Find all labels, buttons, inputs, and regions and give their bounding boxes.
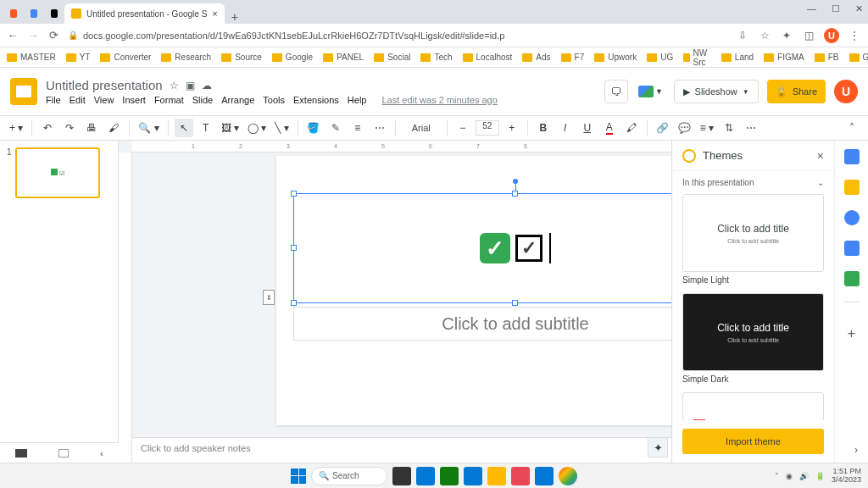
star-icon[interactable]: ☆ — [170, 80, 179, 92]
bookmark-item[interactable]: Upwork — [594, 53, 637, 62]
battery-icon[interactable]: 🔋 — [815, 472, 825, 480]
import-theme-button[interactable]: Import theme — [682, 429, 824, 454]
paint-format-button[interactable]: 🖌 — [104, 119, 123, 137]
font-size-decrease[interactable]: − — [453, 119, 472, 137]
maps-icon[interactable] — [844, 271, 860, 286]
comment-button[interactable]: 💬 — [676, 119, 694, 137]
chrome-menu-icon[interactable]: ⋮ — [848, 29, 861, 42]
extensions-icon[interactable]: ✦ — [780, 29, 793, 42]
list-button[interactable]: ⋯ — [742, 119, 760, 137]
resize-handle[interactable] — [512, 191, 518, 197]
window-close-icon[interactable]: ✕ — [855, 3, 863, 14]
taskbar-app[interactable] — [392, 467, 411, 485]
document-title[interactable]: Untitled presentation — [46, 78, 163, 92]
slides-logo[interactable] — [10, 78, 37, 105]
bookmark-item[interactable]: F7 — [561, 53, 585, 62]
resize-handle[interactable] — [291, 245, 297, 251]
taskbar-app[interactable] — [511, 467, 530, 485]
line-tool[interactable]: ╲ ▾ — [272, 119, 291, 137]
font-size-increase[interactable]: + — [503, 119, 521, 137]
bookmark-item[interactable]: PANEL — [323, 53, 364, 62]
bookmark-item[interactable]: Source — [221, 53, 262, 62]
collapse-toolbar-button[interactable]: ˄ — [843, 119, 861, 137]
bookmark-item[interactable]: FB — [815, 53, 839, 62]
bookmark-item[interactable]: Converter — [100, 53, 151, 62]
slideshow-button[interactable]: ▶Slideshow▼ — [674, 80, 759, 103]
window-maximize-icon[interactable]: ☐ — [832, 3, 840, 14]
title-textbox[interactable]: ✓ ✓ — [293, 193, 671, 303]
window-minimize-icon[interactable]: — — [807, 3, 816, 14]
menu-insert[interactable]: Insert — [122, 95, 146, 105]
system-tray[interactable]: ˄ ◉ 🔊 🔋 1:51 PM 3/4/2023 — [775, 468, 861, 485]
menu-slide[interactable]: Slide — [192, 95, 213, 105]
speaker-notes[interactable]: Click to add speaker notes — [132, 437, 671, 463]
bookmark-item[interactable]: Gov — [849, 53, 868, 62]
menu-arrange[interactable]: Arrange — [221, 95, 254, 105]
themes-list[interactable]: Click to add titleClick to add subtitle … — [672, 194, 834, 420]
select-tool[interactable]: ↖ — [175, 119, 193, 137]
grid-view-button[interactable] — [58, 449, 69, 458]
contacts-icon[interactable] — [844, 241, 860, 256]
line-spacing-button[interactable]: ⇅ — [720, 119, 738, 137]
keep-icon[interactable] — [844, 180, 860, 195]
share-button[interactable]: 🔒Share — [767, 80, 826, 103]
tab-active[interactable]: Untitled presentation - Google S × — [64, 3, 225, 24]
font-selector[interactable]: Arial — [402, 119, 441, 137]
margin-indicator-icon[interactable]: ⇕ — [263, 290, 275, 305]
resize-handle[interactable] — [291, 191, 297, 197]
highlight-button[interactable]: 🖍 — [622, 119, 641, 137]
filmstrip-view-button[interactable] — [15, 449, 27, 458]
fill-color-button[interactable]: 🪣 — [304, 119, 323, 137]
bookmark-item[interactable]: UG — [647, 53, 673, 62]
menu-extensions[interactable]: Extensions — [293, 95, 339, 105]
back-icon[interactable]: ← — [7, 30, 19, 42]
taskbar-app[interactable] — [440, 467, 459, 485]
bookmark-item[interactable]: Tech — [420, 53, 452, 62]
install-icon[interactable]: ⇩ — [736, 29, 749, 42]
menu-edit[interactable]: Edit — [70, 95, 86, 105]
print-button[interactable]: 🖶 — [82, 119, 101, 137]
rotation-handle[interactable] — [513, 179, 518, 184]
taskbar-app[interactable] — [559, 467, 577, 485]
tab-pinned-3[interactable] — [44, 3, 64, 24]
bookmark-item[interactable]: Land — [721, 53, 754, 62]
bookmark-item[interactable]: YT — [66, 53, 91, 62]
zoom-button[interactable]: 🔍 ▾ — [136, 119, 161, 137]
forward-icon[interactable]: → — [27, 30, 39, 42]
tab-pinned-1[interactable] — [3, 3, 24, 24]
new-slide-button[interactable]: + ▾ — [7, 119, 25, 137]
close-panel-button[interactable]: × — [817, 149, 824, 163]
horizontal-ruler[interactable]: 12345678 — [132, 141, 671, 152]
subtitle-textbox[interactable]: Click to add subtitle — [293, 307, 671, 341]
italic-button[interactable]: I — [556, 119, 575, 137]
font-size-input[interactable]: 52 — [476, 120, 499, 136]
link-button[interactable]: 🔗 — [654, 119, 672, 137]
sidepanel-icon[interactable]: ◫ — [802, 29, 815, 42]
menu-help[interactable]: Help — [348, 95, 367, 105]
taskbar-app[interactable] — [487, 467, 506, 485]
tasks-icon[interactable] — [844, 210, 860, 225]
slide-canvas[interactable]: ⇕ ✓ ✓ Click to add subtitle — [276, 156, 671, 425]
border-color-button[interactable]: ✎ — [326, 119, 345, 137]
bookmark-item[interactable]: Ads — [522, 53, 550, 62]
menu-tools[interactable]: Tools — [263, 95, 285, 105]
comments-button[interactable]: 🗨 — [604, 80, 628, 103]
shape-tool[interactable]: ◯ ▾ — [245, 119, 269, 137]
profile-badge[interactable]: U — [824, 28, 839, 43]
explore-button[interactable]: ✦ — [648, 437, 668, 458]
taskbar-app[interactable] — [535, 467, 554, 485]
chevron-up-icon[interactable]: ˄ — [775, 472, 779, 480]
image-tool[interactable]: 🖼 ▾ — [219, 119, 242, 137]
undo-button[interactable]: ↶ — [38, 119, 57, 137]
menu-format[interactable]: Format — [154, 95, 184, 105]
new-tab-button[interactable]: + — [225, 10, 245, 24]
bookmark-item[interactable]: Social — [374, 53, 410, 62]
bookmark-item[interactable]: FIGMA — [764, 53, 804, 62]
taskbar-app[interactable] — [464, 467, 482, 485]
menu-view[interactable]: View — [94, 95, 114, 105]
theme-item[interactable]: Click to add title — [682, 392, 824, 420]
tab-close-icon[interactable]: × — [212, 8, 217, 19]
redo-button[interactable]: ↷ — [60, 119, 79, 137]
theme-item[interactable]: Click to add titleClick to add subtitle … — [682, 194, 824, 285]
slide-thumbnail[interactable]: ☑ — [15, 147, 100, 198]
